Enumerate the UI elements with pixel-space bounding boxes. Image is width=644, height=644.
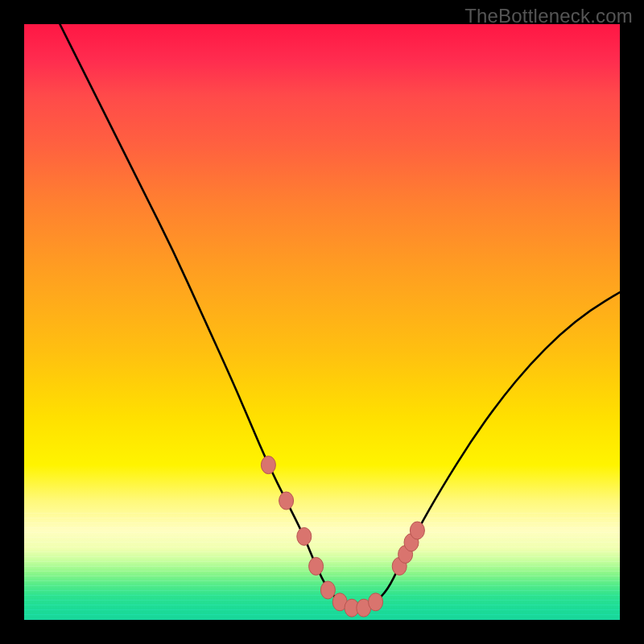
bottleneck-curve-svg xyxy=(24,24,620,620)
bottleneck-curve xyxy=(60,24,620,608)
curve-marker xyxy=(261,456,275,474)
curve-marker xyxy=(279,492,294,510)
chart-frame: TheBottleneck.com xyxy=(0,0,644,644)
plot-area xyxy=(24,24,620,620)
curve-marker xyxy=(410,522,424,539)
curve-marker xyxy=(369,593,383,611)
curve-marker xyxy=(320,581,335,599)
curve-marker xyxy=(297,527,312,545)
curve-layer xyxy=(60,24,620,608)
watermark-text: TheBottleneck.com xyxy=(464,5,633,27)
curve-marker xyxy=(309,557,324,575)
markers-layer xyxy=(261,456,424,617)
